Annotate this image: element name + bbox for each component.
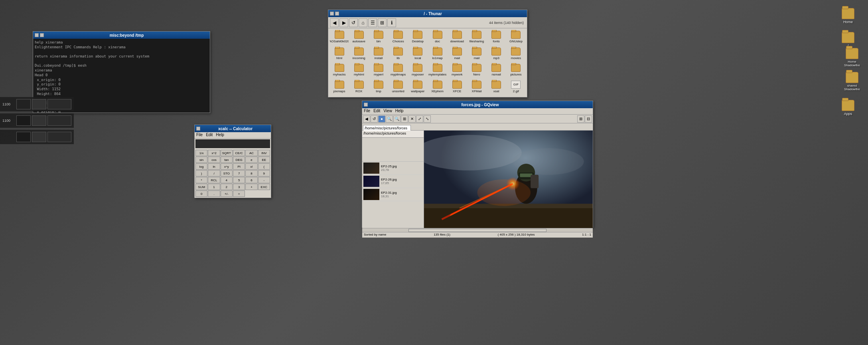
- calc-btn[interactable]: sin: [195, 157, 207, 163]
- fm-item[interactable]: download: [448, 30, 466, 46]
- terminal-min-btn[interactable]: [40, 33, 44, 37]
- fm-info-btn[interactable]: ℹ: [387, 18, 396, 27]
- desktop-icon-apps[interactable]: Apps: [836, 100, 860, 116]
- fm-grid-btn[interactable]: ⊞: [378, 18, 387, 27]
- iv-tb-btn9[interactable]: ⤡: [424, 115, 431, 123]
- fm-item[interactable]: lo1map: [428, 47, 447, 63]
- fm-item[interactable]: html: [330, 47, 349, 63]
- fm-item[interactable]: Choices: [389, 30, 408, 46]
- fm-back-btn[interactable]: ◀: [330, 18, 339, 27]
- calc-btn[interactable]: 1: [208, 184, 220, 190]
- fm-item[interactable]: autosave: [349, 30, 368, 46]
- fm-item[interactable]: mail: [448, 47, 466, 63]
- desktop-icon-shared[interactable]: shared Shadowfire: [840, 72, 864, 91]
- calc-btn[interactable]: 7: [233, 170, 245, 176]
- fm-item[interactable]: myplimaps: [389, 63, 408, 79]
- fm-item[interactable]: XEphem: [428, 80, 447, 96]
- fm-item[interactable]: nsmail: [487, 63, 506, 79]
- calc-btn[interactable]: +: [245, 184, 257, 190]
- iv-close-btn[interactable]: [364, 103, 368, 107]
- calc-menu-help[interactable]: Help: [216, 133, 224, 138]
- calc-btn[interactable]: PI: [233, 163, 245, 170]
- fm-forward-btn[interactable]: ▶: [339, 18, 348, 27]
- calc-btn[interactable]: e: [245, 157, 257, 163]
- calc-btn[interactable]: /: [208, 170, 220, 176]
- calc-btn[interactable]: -: [258, 177, 270, 183]
- calc-btn[interactable]: (: [258, 163, 270, 170]
- calc-btn[interactable]: SUM: [195, 184, 207, 190]
- calc-btn[interactable]: 6: [245, 177, 257, 183]
- iv-hscrollbar[interactable]: [362, 228, 593, 232]
- fm-item[interactable]: filesharing: [467, 30, 486, 46]
- calc-menu-file[interactable]: File: [196, 133, 203, 138]
- desktop-icon-home[interactable]: Home: [836, 8, 860, 24]
- calc-btn[interactable]: SQRT: [221, 150, 233, 156]
- calc-btn[interactable]: 9: [258, 170, 270, 176]
- iv-tb-btn2[interactable]: ↺: [371, 115, 378, 123]
- calc-btn[interactable]: 8: [245, 170, 257, 176]
- fm-item[interactable]: mytemplates: [428, 63, 447, 79]
- taskbar-item-3[interactable]: [0, 130, 74, 144]
- fm-reload-btn[interactable]: ↺: [349, 18, 358, 27]
- calc-btn[interactable]: CE/C: [233, 150, 245, 156]
- fm-item[interactable]: xsat: [487, 80, 506, 96]
- calc-btn[interactable]: log: [195, 163, 207, 170]
- calc-btn[interactable]: cos: [208, 157, 220, 163]
- fm-item[interactable]: lib: [389, 47, 408, 63]
- iv-tb-btn4[interactable]: 🔍: [386, 115, 393, 123]
- calc-btn[interactable]: x!: [245, 163, 257, 170]
- calc-btn[interactable]: EE: [258, 157, 270, 163]
- fm-item[interactable]: myposer: [408, 63, 427, 79]
- iv-menu-edit[interactable]: Edit: [373, 109, 380, 114]
- calc-btn[interactable]: 2: [221, 184, 233, 190]
- calc-btn[interactable]: ): [195, 170, 207, 176]
- iv-tb-btn7[interactable]: ✕: [408, 115, 416, 123]
- fm-item[interactable]: incoming: [349, 47, 368, 63]
- iv-tb-btn6[interactable]: ⊞: [401, 115, 408, 123]
- calc-btn[interactable]: 3: [233, 184, 245, 190]
- iv-menu-file[interactable]: File: [364, 109, 370, 114]
- calc-btn[interactable]: INV: [258, 150, 270, 156]
- iv-tb-expand[interactable]: ⊞: [577, 115, 584, 123]
- calc-btn[interactable]: STO: [221, 170, 233, 176]
- calc-btn[interactable]: =: [233, 190, 245, 197]
- fm-item[interactable]: doc: [428, 30, 447, 46]
- calc-btn[interactable]: 0: [195, 190, 207, 197]
- fm-item[interactable]: wallpaper: [408, 80, 427, 96]
- calc-btn[interactable]: 1/x: [195, 150, 207, 156]
- fm-item[interactable]: mywork: [448, 63, 466, 79]
- iv-tb-btn1[interactable]: ◀: [363, 115, 370, 123]
- desktop-icon-home-shadow[interactable]: Home Shadowfire: [840, 48, 864, 67]
- iv-tb-btn8[interactable]: ⤢: [416, 115, 423, 123]
- fm-item[interactable]: bin: [369, 30, 388, 46]
- fm-item[interactable]: local: [408, 47, 427, 63]
- iv-menu-help[interactable]: Help: [395, 109, 404, 114]
- fm-item[interactable]: movies: [507, 47, 525, 63]
- calc-btn[interactable]: DEG: [233, 157, 245, 163]
- fm-item[interactable]: myhacks: [330, 63, 349, 79]
- taskbar-item-1[interactable]: 1100: [0, 97, 74, 111]
- fm-item[interactable]: Nero: [467, 63, 486, 79]
- fm-item[interactable]: pictures: [507, 63, 525, 79]
- calc-btn[interactable]: x^y: [221, 163, 233, 170]
- iv-thumb-item-3[interactable]: EP2-31.jpg18,31: [362, 188, 424, 201]
- calc-btn[interactable]: tan: [221, 157, 233, 163]
- calc-btn[interactable]: ln: [208, 163, 220, 170]
- fm-item[interactable]: myhtml: [349, 63, 368, 79]
- calc-btn[interactable]: AC: [245, 150, 257, 156]
- calc-btn[interactable]: .: [208, 190, 220, 197]
- fm-item[interactable]: tmp: [369, 80, 388, 96]
- fm-item[interactable]: AOSahil0k020: [330, 30, 349, 46]
- fm-item[interactable]: unsorted: [389, 80, 408, 96]
- fm-item[interactable]: XFMail: [467, 80, 486, 96]
- iv-tb-btn5[interactable]: 🔍: [393, 115, 400, 123]
- iv-tb-btn3[interactable]: ●: [378, 115, 385, 123]
- fm-item[interactable]: mp3: [487, 47, 506, 63]
- fm-item[interactable]: mail: [467, 47, 486, 63]
- calc-btn[interactable]: *: [195, 177, 207, 183]
- calc-btn[interactable]: RCL: [208, 177, 220, 183]
- fm-item[interactable]: GIF2.gif: [507, 80, 525, 96]
- iv-thumb-item-1[interactable]: EP2-25.jpg23,78: [362, 162, 424, 175]
- calc-btn[interactable]: x^2: [208, 150, 220, 156]
- desktop-icon-root[interactable]: /: [836, 32, 860, 48]
